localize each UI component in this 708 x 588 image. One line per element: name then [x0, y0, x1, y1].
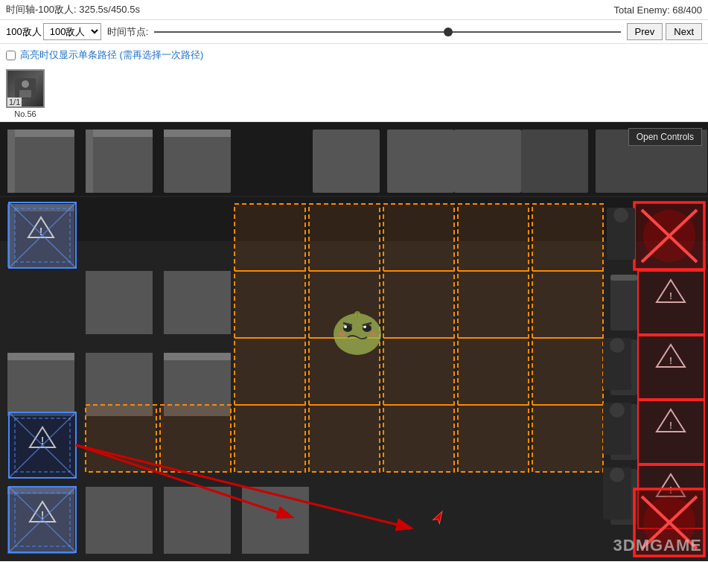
svg-point-124 [610, 467, 625, 482]
svg-rect-39 [235, 271, 305, 338]
right-side-enemies [603, 208, 635, 520]
svg-rect-38 [532, 204, 603, 271]
red-unit-top [634, 202, 704, 269]
svg-point-114 [369, 332, 377, 336]
enemy-count-label: 100敌人 [6, 25, 42, 39]
blue-unit-2[interactable]: ! [9, 412, 76, 478]
svg-rect-13 [521, 130, 588, 193]
timeline-label: 时间节点: [107, 25, 149, 39]
prev-button[interactable]: Prev [627, 23, 663, 40]
svg-text:!: ! [669, 356, 672, 366]
svg-rect-46 [383, 338, 454, 405]
unit-name: No.56 [14, 109, 36, 118]
svg-rect-9 [86, 130, 153, 137]
svg-rect-47 [458, 338, 529, 405]
svg-text:!: ! [669, 291, 672, 301]
timeline-dot [444, 28, 453, 36]
svg-point-120 [610, 338, 625, 353]
checkbox-row: 高亮时仅显示单条路径 (需再选择一次路径) [0, 44, 708, 66]
unit-card: 1/1 No.56 [6, 69, 45, 118]
enemy-selector: 100敌人 100敌人 [6, 23, 101, 40]
svg-rect-5 [7, 130, 74, 193]
svg-rect-25 [7, 353, 74, 360]
svg-point-113 [338, 332, 345, 336]
svg-rect-43 [532, 271, 603, 338]
svg-rect-2 [19, 90, 31, 98]
svg-rect-17 [387, 130, 454, 193]
timeline-line [154, 31, 620, 33]
svg-rect-35 [309, 204, 380, 271]
svg-rect-83 [610, 275, 637, 281]
time-info: 时间轴-100敌人: 325.5s/450.5s [6, 3, 140, 16]
svg-rect-8 [86, 130, 153, 193]
svg-rect-32 [164, 487, 231, 554]
svg-rect-36 [383, 204, 454, 271]
unit-count: 1/1 [7, 98, 22, 106]
card-area: 1/1 No.56 [0, 66, 708, 122]
svg-rect-48 [532, 338, 603, 405]
svg-point-118 [613, 208, 628, 223]
svg-rect-28 [164, 353, 231, 360]
enemy-count-select[interactable]: 100敌人 [43, 23, 101, 40]
game-canvas: ! ! ! [0, 122, 708, 561]
svg-rect-12 [164, 130, 231, 137]
svg-rect-6 [7, 130, 74, 137]
svg-rect-82 [610, 275, 637, 330]
svg-rect-11 [164, 130, 231, 193]
svg-rect-34 [235, 204, 305, 271]
svg-point-109 [344, 325, 347, 328]
svg-rect-50 [309, 405, 380, 472]
svg-rect-52 [458, 405, 529, 472]
svg-rect-37 [458, 204, 529, 271]
svg-rect-42 [458, 271, 529, 338]
svg-rect-18 [454, 130, 521, 193]
open-controls-button[interactable]: Open Controls [628, 128, 702, 146]
svg-text:!: ! [669, 421, 672, 431]
watermark: 3DMGAME [613, 536, 702, 555]
path-display-checkbox[interactable] [6, 51, 16, 60]
enemy-count: Total Enemy: 68/400 [613, 4, 702, 16]
svg-rect-49 [235, 405, 305, 472]
checkbox-label: 高亮时仅显示单条路径 (需再选择一次路径) [20, 48, 203, 62]
svg-rect-53 [532, 405, 603, 472]
blue-unit-3[interactable]: ! [9, 487, 76, 552]
unit-card-image[interactable]: 1/1 [6, 69, 45, 108]
svg-rect-44 [235, 338, 305, 405]
nav-buttons: Prev Next [627, 23, 702, 40]
svg-rect-10 [86, 130, 93, 193]
svg-rect-55 [160, 405, 231, 472]
svg-rect-31 [86, 487, 153, 554]
svg-point-1 [22, 80, 29, 88]
svg-rect-41 [383, 271, 454, 338]
svg-rect-22 [86, 271, 153, 334]
game-viewport: Open Controls 3DMGAME [0, 122, 708, 561]
svg-rect-16 [313, 130, 380, 193]
top-bar: 时间轴-100敌人: 325.5s/450.5s Total Enemy: 68… [0, 0, 708, 20]
svg-rect-51 [383, 405, 454, 472]
svg-rect-7 [7, 130, 15, 193]
svg-rect-24 [7, 353, 74, 416]
blue-unit-1[interactable]: ! [9, 202, 76, 268]
svg-rect-23 [164, 271, 231, 334]
svg-rect-33 [242, 487, 309, 554]
timeline-bar: 100敌人 100敌人 时间节点: Prev Next [0, 20, 708, 44]
timeline-track[interactable] [154, 25, 620, 39]
svg-point-122 [610, 403, 625, 418]
next-button[interactable]: Next [666, 23, 702, 40]
